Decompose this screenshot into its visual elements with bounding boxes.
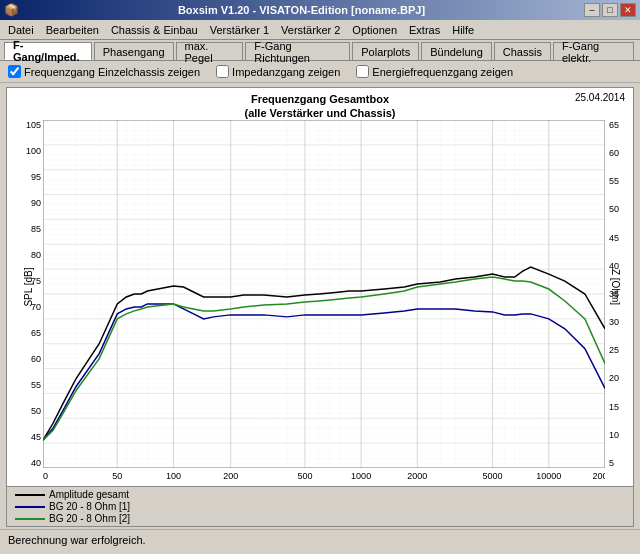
title-bar: 📦 Boxsim V1.20 - VISATON-Edition [noname… bbox=[0, 0, 640, 20]
checkbox-impedanz[interactable] bbox=[216, 65, 229, 78]
svg-text:200: 200 bbox=[223, 471, 238, 481]
chart-title: Frequenzgang Gesamtbox (alle Verstärker … bbox=[244, 92, 395, 121]
svg-text:20: 20 bbox=[43, 471, 48, 481]
tab-chassis[interactable]: Chassis bbox=[494, 42, 551, 60]
svg-text:20000: 20000 bbox=[592, 471, 605, 481]
status-bar: Berechnung war erfolgreich. bbox=[0, 529, 640, 549]
menu-hilfe[interactable]: Hilfe bbox=[446, 22, 480, 38]
tab-fgang-elektr[interactable]: F-Gang elektr. bbox=[553, 42, 634, 60]
svg-text:1000: 1000 bbox=[351, 471, 371, 481]
legend-label-amplitude: Amplitude gesamt bbox=[49, 489, 129, 500]
legend-label-bg20-1: BG 20 - 8 Ohm [1] bbox=[49, 501, 130, 512]
menu-verstaerker2[interactable]: Verstärker 2 bbox=[275, 22, 346, 38]
menu-chassis-einbau[interactable]: Chassis & Einbau bbox=[105, 22, 204, 38]
legend-item-amplitude: Amplitude gesamt bbox=[15, 489, 625, 500]
status-text: Berechnung war erfolgreich. bbox=[8, 534, 146, 546]
chart-svg bbox=[43, 120, 605, 468]
title-bar-buttons: – □ ✕ bbox=[584, 3, 636, 17]
chart-container: Frequenzgang Gesamtbox (alle Verstärker … bbox=[6, 87, 634, 487]
title-bar-text: Boxsim V1.20 - VISATON-Edition [noname.B… bbox=[19, 4, 584, 16]
tab-max-pegel[interactable]: max. Pegel bbox=[176, 42, 244, 60]
svg-text:5000: 5000 bbox=[483, 471, 503, 481]
tab-fgang-richtungen[interactable]: F-Gang Richtungen bbox=[245, 42, 350, 60]
checkbox-row: Frequenzgang Einzelchassis zeigen Impeda… bbox=[0, 61, 640, 83]
menu-extras[interactable]: Extras bbox=[403, 22, 446, 38]
menu-bearbeiten[interactable]: Bearbeiten bbox=[40, 22, 105, 38]
tab-fgang-imped[interactable]: F-Gang/Imped. bbox=[4, 42, 92, 60]
chart-inner bbox=[43, 120, 605, 468]
legend-item-bg20-1: BG 20 - 8 Ohm [1] bbox=[15, 501, 625, 512]
ylabel-left: SPL [dB] bbox=[23, 267, 34, 306]
menu-verstaerker1[interactable]: Verstärker 1 bbox=[204, 22, 275, 38]
svg-text:500: 500 bbox=[297, 471, 312, 481]
svg-text:50: 50 bbox=[112, 471, 122, 481]
legend-line-bg20-1 bbox=[15, 506, 45, 508]
svg-text:10000: 10000 bbox=[536, 471, 561, 481]
legend-line-amplitude bbox=[15, 494, 45, 496]
legend: Amplitude gesamt BG 20 - 8 Ohm [1] BG 20… bbox=[6, 487, 634, 527]
maximize-button[interactable]: □ bbox=[602, 3, 618, 17]
menu-optionen[interactable]: Optionen bbox=[346, 22, 403, 38]
ylabel-right: Z [Ohm] bbox=[609, 269, 620, 305]
checkbox-einzelchassis[interactable] bbox=[8, 65, 21, 78]
x-axis-labels: 20 50 100 200 500 1000 2000 5000 10000 2… bbox=[43, 468, 605, 484]
checkbox-energie-label[interactable]: Energiefrequenzgang zeigen bbox=[356, 65, 513, 78]
title-bar-icon: 📦 bbox=[4, 3, 19, 17]
tab-polarplots[interactable]: Polarplots bbox=[352, 42, 419, 60]
menu-datei[interactable]: Datei bbox=[2, 22, 40, 38]
checkbox-impedanz-label[interactable]: Impedanzgang zeigen bbox=[216, 65, 340, 78]
tab-buendelung[interactable]: Bündelung bbox=[421, 42, 492, 60]
tab-phasengang[interactable]: Phasengang bbox=[94, 42, 174, 60]
svg-text:100: 100 bbox=[166, 471, 181, 481]
legend-line-bg20-2 bbox=[15, 518, 45, 520]
menu-bar: Datei Bearbeiten Chassis & Einbau Verstä… bbox=[0, 20, 640, 40]
legend-item-bg20-2: BG 20 - 8 Ohm [2] bbox=[15, 513, 625, 524]
legend-label-bg20-2: BG 20 - 8 Ohm [2] bbox=[49, 513, 130, 524]
chart-date: 25.04.2014 bbox=[575, 92, 625, 103]
checkbox-energie[interactable] bbox=[356, 65, 369, 78]
tab-bar-1: F-Gang/Imped. Phasengang max. Pegel F-Ga… bbox=[0, 40, 640, 61]
close-button[interactable]: ✕ bbox=[620, 3, 636, 17]
svg-text:2000: 2000 bbox=[407, 471, 427, 481]
checkbox-einzelchassis-label[interactable]: Frequenzgang Einzelchassis zeigen bbox=[8, 65, 200, 78]
minimize-button[interactable]: – bbox=[584, 3, 600, 17]
